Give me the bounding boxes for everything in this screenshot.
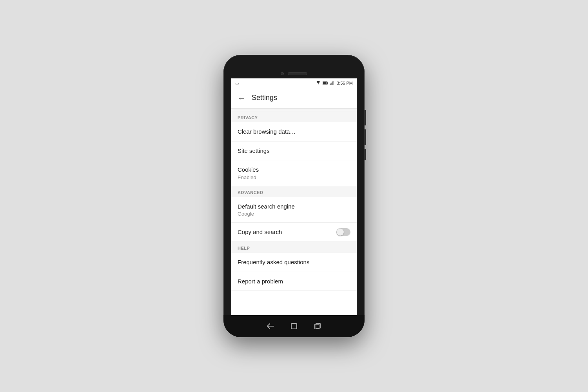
wifi-icon (316, 81, 321, 85)
svg-rect-3 (330, 84, 330, 85)
svg-rect-1 (327, 82, 328, 84)
clear-browsing-item[interactable]: Clear browsing data… (231, 122, 357, 142)
home-nav-icon (291, 323, 297, 329)
phone-outer: ▭ (223, 55, 365, 337)
back-nav-button[interactable] (267, 322, 274, 330)
status-icons: 3:56 PM (316, 81, 353, 85)
cookies-subtitle: Enabled (238, 174, 350, 180)
page-title: Settings (252, 94, 277, 102)
back-nav-icon (267, 323, 274, 329)
faq-item[interactable]: Frequently asked questions (231, 253, 357, 272)
app-bar: ← Settings (231, 88, 357, 108)
default-search-subtitle: Google (238, 211, 350, 217)
help-section-header: HELP (231, 242, 357, 253)
power-button[interactable] (365, 149, 366, 160)
cookies-item[interactable]: Cookies Enabled (231, 160, 357, 186)
notification-icon: ▭ (235, 81, 239, 85)
report-item[interactable]: Report a problem (231, 272, 357, 291)
copy-search-toggle[interactable] (336, 228, 350, 236)
back-button[interactable]: ← (238, 94, 245, 102)
recents-nav-button[interactable] (314, 322, 321, 330)
home-nav-button[interactable] (290, 322, 298, 330)
status-time: 3:56 PM (337, 81, 353, 85)
volume-up-button[interactable] (365, 110, 366, 125)
navigation-bar (223, 315, 365, 337)
clear-browsing-title: Clear browsing data… (238, 128, 350, 136)
site-settings-item[interactable]: Site settings (231, 142, 357, 161)
svg-rect-4 (331, 83, 332, 85)
cookies-title: Cookies (238, 166, 350, 174)
report-title: Report a problem (238, 278, 350, 285)
site-settings-title: Site settings (238, 147, 350, 155)
phone-top-bar (223, 55, 365, 78)
copy-search-title: Copy and search (238, 228, 282, 236)
toggle-knob (337, 229, 344, 236)
copy-search-item[interactable]: Copy and search (231, 223, 357, 242)
svg-rect-6 (333, 81, 334, 85)
phone-screen: ▭ (231, 78, 357, 315)
battery-icon (323, 81, 328, 85)
faq-title: Frequently asked questions (238, 258, 350, 266)
svg-rect-8 (291, 323, 297, 329)
copy-search-row: Copy and search (238, 228, 350, 236)
svg-rect-2 (323, 82, 327, 84)
recents-nav-icon (314, 323, 321, 329)
signal-icon (330, 81, 334, 85)
privacy-section-header: PRIVACY (231, 111, 357, 122)
speaker-grill (288, 72, 307, 75)
top-divider (231, 108, 357, 111)
advanced-section-header: ADVANCED (231, 186, 357, 197)
settings-content: PRIVACY Clear browsing data… Site settin… (231, 108, 357, 315)
default-search-title: Default search engine (238, 203, 350, 211)
default-search-item[interactable]: Default search engine Google (231, 197, 357, 223)
volume-down-button[interactable] (365, 129, 366, 145)
status-bar: ▭ (231, 78, 357, 88)
svg-rect-5 (332, 82, 332, 85)
front-camera (281, 72, 284, 75)
